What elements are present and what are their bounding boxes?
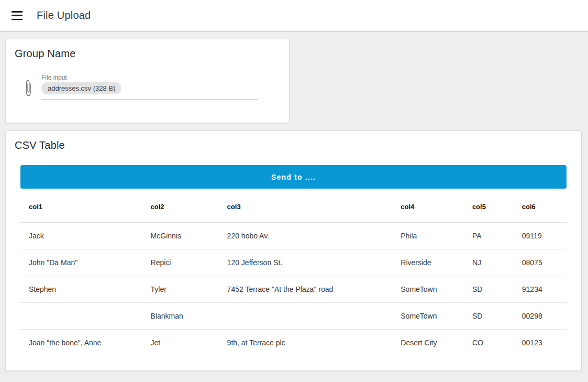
file-input[interactable]: File input addresses.csv (328 B) (41, 74, 258, 100)
column-header: col5 (464, 189, 514, 222)
hamburger-menu-icon[interactable] (12, 11, 23, 20)
table-cell: Jack (20, 222, 142, 249)
table-cell: SomeTown (392, 302, 464, 329)
table-cell: NJ (464, 249, 514, 276)
table-cell: Stephen (20, 276, 142, 302)
group-name-card: Group Name File input addresses.csv (328… (5, 39, 290, 123)
hamburger-bar (12, 11, 23, 13)
csv-table-card-title: CSV Table (6, 131, 581, 151)
table-cell: Phila (392, 222, 464, 249)
page-title: File Upload (37, 9, 91, 21)
send-to-button[interactable]: Send to .... (20, 165, 567, 189)
table-cell: 120 Jefferson St. (219, 249, 393, 276)
table-cell: SomeTown (392, 276, 464, 302)
table-cell: McGinnis (142, 222, 219, 249)
table-cell: Riverside (392, 249, 464, 276)
column-header: col2 (142, 189, 219, 222)
file-input-row: File input addresses.csv (328 B) (23, 74, 289, 100)
table-cell: 220 hobo Av. (219, 222, 393, 249)
column-header: col3 (219, 189, 393, 222)
table-cell: Tyler (142, 276, 219, 302)
table-cell: Joan "the bone", Anne (20, 329, 142, 356)
page-content: Group Name File input addresses.csv (328… (0, 32, 588, 371)
table-cell: 00123 (514, 329, 567, 356)
table-row: John "Da Man"Repici120 Jefferson St.Rive… (20, 249, 567, 276)
table-cell: John "Da Man" (20, 249, 142, 276)
table-cell (219, 302, 393, 329)
table-row: JackMcGinnis220 hobo Av.PhilaPA09119 (20, 222, 567, 249)
table-cell: Desert City (392, 329, 464, 356)
file-input-label: File input (41, 74, 258, 81)
table-cell: 9th, at Terrace plc (219, 329, 393, 356)
table-cell: Blankman (142, 302, 219, 329)
table-cell: 91234 (514, 276, 567, 302)
table-cell: SD (464, 302, 514, 329)
column-header: col6 (514, 189, 567, 222)
table-cell: Repici (142, 249, 219, 276)
hamburger-bar (12, 19, 23, 20)
app-bar: File Upload (0, 0, 588, 32)
table-row: StephenTyler7452 Terrace "At the Plaza" … (20, 276, 567, 302)
column-header: col4 (392, 189, 464, 222)
table-wrapper: col1col2col3col4col5col6 JackMcGinnis220… (20, 189, 567, 356)
table-cell: CO (464, 329, 514, 356)
table-header-row: col1col2col3col4col5col6 (20, 189, 567, 222)
paperclip-icon[interactable] (23, 79, 34, 97)
table-cell: Jet (142, 329, 219, 356)
column-header: col1 (20, 189, 142, 222)
csv-table: col1col2col3col4col5col6 JackMcGinnis220… (20, 189, 567, 356)
table-cell: 09119 (514, 222, 567, 249)
table-cell: PA (464, 222, 514, 249)
table-cell: SD (464, 276, 514, 302)
table-row: Joan "the bone", AnneJet9th, at Terrace … (20, 329, 567, 356)
group-name-card-title: Group Name (6, 39, 289, 60)
file-chip[interactable]: addresses.csv (328 B) (41, 82, 121, 94)
table-cell: 7452 Terrace "At the Plaza" road (219, 276, 393, 302)
table-row: BlankmanSomeTownSD00298 (20, 302, 567, 329)
table-cell (20, 302, 142, 329)
csv-table-card: CSV Table Send to .... col1col2col3col4c… (5, 130, 582, 371)
table-cell: 08075 (514, 249, 567, 276)
hamburger-bar (12, 15, 23, 16)
table-cell: 00298 (514, 302, 567, 329)
